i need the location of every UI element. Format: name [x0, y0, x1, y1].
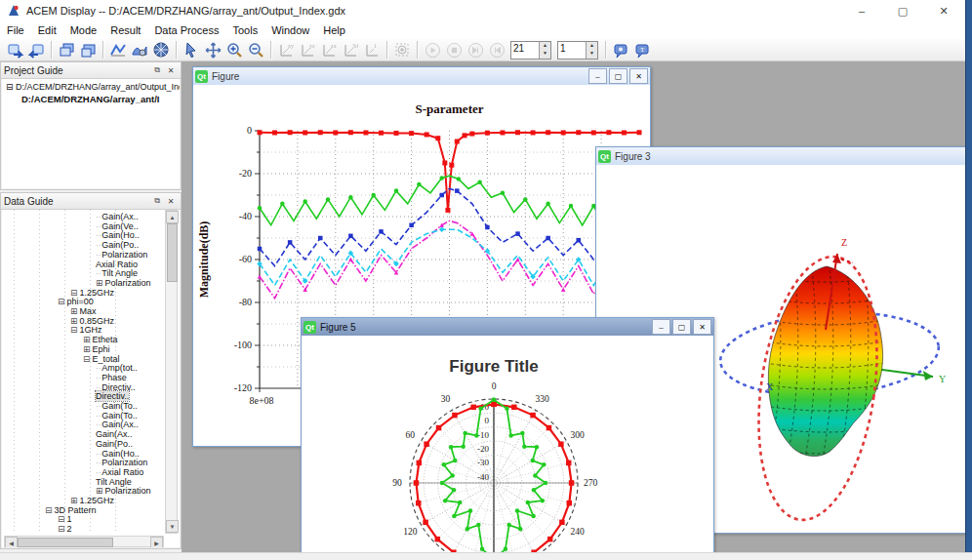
zoom-in-button[interactable]	[223, 40, 245, 60]
spin-down-icon[interactable]: ▼	[540, 50, 550, 59]
menu-edit[interactable]: Edit	[31, 21, 63, 39]
select-cursor-button[interactable]	[181, 40, 202, 60]
title-bar[interactable]: ACEM Display -- D:/ACEM/DRZHANG/array_an…	[0, 0, 972, 22]
close-button[interactable]: ✕	[629, 68, 648, 84]
maximize-button[interactable]: ▢	[609, 68, 628, 84]
data-tree-item[interactable]: ··Polarization	[96, 250, 147, 260]
data-tree-item[interactable]: ⊞Ephi	[83, 344, 110, 354]
figure-window[interactable]: Qt Figure 5 – ▢ ✕ Figure Title100-10-20-…	[301, 317, 714, 552]
expand-icon[interactable]: ⊞	[70, 306, 78, 316]
maximize-button[interactable]: ▢	[882, 0, 923, 21]
project-guide-tree[interactable]: ⊟ D:/ACEM/DRZHANG/array_ant/Output_Index…	[2, 79, 180, 188]
data-tree-item[interactable]: Axial Ratio	[96, 260, 138, 269]
tile-windows-button[interactable]	[77, 40, 99, 60]
polar-plot-button[interactable]	[150, 40, 172, 60]
menu-tools[interactable]: Tools	[225, 21, 264, 39]
data-tree-item[interactable]: Directiv..	[96, 391, 129, 401]
minimize-button[interactable]: –	[841, 0, 882, 21]
data-tree-item[interactable]: ··Gain(Ho..	[96, 449, 140, 459]
data-tree-item[interactable]: ··Gain(Po..	[96, 240, 139, 250]
spin-up-icon[interactable]: ▲	[587, 42, 597, 51]
close-panel-icon[interactable]: ✕	[164, 195, 178, 208]
data-tree-item[interactable]: ··Amp(tot..	[96, 363, 138, 373]
scroll-right-icon[interactable]: ▶	[150, 537, 163, 547]
collapse-icon[interactable]: ⊟	[83, 354, 91, 364]
data-tree-item[interactable]: ⊟E_total	[83, 354, 120, 364]
expand-icon[interactable]: ⊞	[96, 486, 103, 496]
collapse-icon[interactable]: ⊟	[70, 288, 78, 298]
data-tree-item[interactable]: ⊟1	[58, 514, 72, 524]
data-tree-item[interactable]: ··Phase	[96, 373, 127, 382]
menu-file[interactable]: File	[0, 21, 31, 39]
data-tree-item[interactable]: ··Tilt Angle	[96, 268, 138, 278]
data-tree-item[interactable]: Tilt Angle	[96, 477, 132, 487]
data-tree-item[interactable]: ··Gain(Ho..	[96, 230, 140, 240]
data-tree-item[interactable]: ⊟phi=00	[58, 297, 94, 306]
figure-title-bar[interactable]: Qt Figure – ▢ ✕	[193, 67, 650, 85]
data-tree-item[interactable]: ⊞Max	[70, 306, 97, 316]
scroll-up-icon[interactable]: ▲	[166, 211, 179, 223]
cascade-windows-button[interactable]	[56, 40, 77, 60]
data-tree-item[interactable]: ··Directiv..	[96, 382, 136, 392]
frame-count-spinner[interactable]: 21 ▲▼	[510, 41, 551, 60]
data-tree-item[interactable]: Gain(Po..	[96, 439, 133, 449]
data-tree-item[interactable]: ⊞Etheta	[83, 335, 118, 344]
menu-result[interactable]: Result	[103, 21, 147, 39]
line-plot-button[interactable]	[107, 40, 129, 60]
frame-index-spinner[interactable]: 1 ▲▼	[557, 41, 598, 60]
data-tree-item[interactable]: ··Gain(To..	[96, 401, 138, 411]
expand-icon[interactable]: ⊞	[70, 316, 78, 326]
data-tree-item[interactable]: ⊟1GHz	[70, 325, 102, 335]
data-tree-item[interactable]: ··Axial Ratio	[96, 467, 143, 477]
data-tree-item[interactable]: ⊞1.25GHz	[70, 496, 114, 505]
project-tree-item[interactable]: ⊟ D:/ACEM/DRZHANG/array_ant/Output_Index	[6, 82, 180, 92]
zoom-out-button[interactable]	[245, 40, 266, 60]
collapse-icon[interactable]: ⊟	[70, 325, 78, 335]
data-tree-item[interactable]: ⊟1.25GHz	[70, 288, 114, 298]
collapse-icon[interactable]: ⊟	[45, 505, 53, 515]
text-annotation-button[interactable]: T	[631, 40, 653, 60]
annotation-button[interactable]	[610, 40, 631, 60]
collapse-icon[interactable]: ⊟	[58, 524, 65, 534]
project-guide-header[interactable]: Project Guide ⧉ ✕	[1, 62, 181, 79]
float-panel-icon[interactable]: ⧉	[150, 64, 164, 77]
data-tree-item[interactable]: ··Gain(Ax..	[96, 212, 139, 221]
scroll-thumb[interactable]	[167, 223, 178, 282]
expand-icon[interactable]: ⊞	[70, 496, 78, 505]
scroll-left-icon[interactable]: ◀	[5, 537, 18, 547]
pan-button[interactable]	[202, 40, 223, 60]
figure-title-bar[interactable]: Qt Figure 5 – ▢ ✕	[302, 318, 713, 336]
scroll-down-icon[interactable]: ▼	[166, 520, 179, 533]
data-tree-item[interactable]: ⊞Polarization	[96, 486, 151, 496]
expand-icon[interactable]: ⊞	[83, 344, 91, 354]
spin-up-icon[interactable]: ▲	[540, 42, 550, 51]
data-tree-item[interactable]: ··Gain(To..	[96, 411, 138, 420]
menu-window[interactable]: Window	[264, 21, 316, 39]
data-tree-item[interactable]: ⊟2	[58, 524, 72, 534]
data-guide-header[interactable]: Data Guide ⧉ ✕	[1, 193, 181, 210]
vertical-scrollbar[interactable]: ▲ ▼	[165, 210, 178, 534]
collapse-icon[interactable]: ⊟	[58, 514, 65, 524]
collapse-icon[interactable]: ⊟	[58, 297, 65, 306]
menu-mode[interactable]: Mode	[63, 21, 104, 39]
data-tree-item[interactable]: ⊟3D Pattern	[45, 505, 97, 515]
data-guide-tree[interactable]: ··Gain(Ax..··Gain(Ve..··Gain(Ho..··Gain(…	[2, 210, 164, 534]
data-tree-item[interactable]: ··Gain(Ve..	[96, 221, 139, 231]
menu-data-process[interactable]: Data Process	[147, 21, 225, 39]
project-tree-item[interactable]: D:/ACEM/DRZHANG/array_ant/I	[21, 94, 159, 104]
data-tree-item[interactable]: ··Polarization	[96, 458, 147, 467]
expand-icon[interactable]: ⊞	[83, 335, 91, 344]
surface-plot-button[interactable]	[129, 40, 150, 60]
data-tree-item[interactable]: ⊞Polarization	[96, 278, 151, 288]
spin-down-icon[interactable]: ▼	[587, 50, 597, 59]
data-tree-item[interactable]: Gain(Ax..	[96, 429, 133, 439]
close-panel-icon[interactable]: ✕	[164, 64, 178, 77]
expand-icon[interactable]: ⊞	[96, 278, 103, 288]
scroll-thumb[interactable]	[18, 538, 113, 547]
float-panel-icon[interactable]: ⧉	[150, 195, 164, 208]
minimize-button[interactable]: –	[652, 319, 670, 335]
import-data-button[interactable]	[25, 40, 47, 60]
close-button[interactable]: ✕	[693, 319, 711, 335]
minimize-button[interactable]: –	[588, 68, 607, 84]
menu-help[interactable]: Help	[316, 21, 352, 39]
